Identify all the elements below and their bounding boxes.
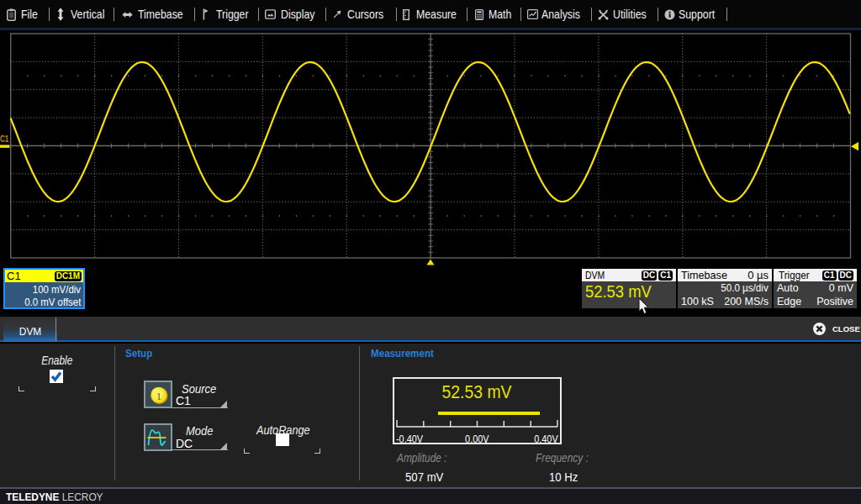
svg-text:1: 1 (156, 391, 161, 402)
